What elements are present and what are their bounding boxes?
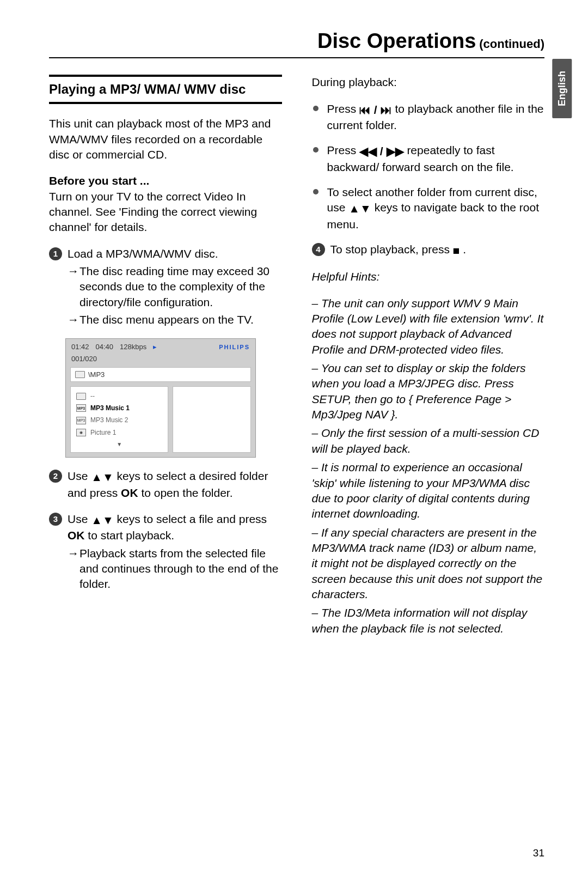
s2ok: OK (121, 486, 138, 499)
step-number-3: 3 (49, 513, 62, 526)
before-label: Before you start ... (49, 174, 149, 187)
page-number: 31 (533, 846, 544, 860)
step-number-4: 4 (312, 243, 325, 256)
up-down-icon: ▲▼ (348, 201, 371, 216)
mp3-icon: MP3 (76, 417, 86, 424)
scroll-down-icon: ▼ (73, 439, 166, 448)
up-down-icon: ▲▼ (91, 513, 114, 528)
row2: MP3 Music 2 (90, 416, 128, 424)
bullet-3: To select another folder from current di… (312, 185, 545, 232)
mp3-icon: MP3 (76, 404, 86, 412)
intro-text: This unit can playback most of the MP3 a… (49, 116, 282, 162)
s3b: keys to select a file and press (117, 513, 267, 525)
picture-icon: ◉ (76, 429, 86, 436)
s3c: to start playback. (88, 529, 174, 542)
step-3: 3 Use ▲▼ keys to select a file and press… (49, 512, 282, 592)
hints-block: – The unit can only support WMV 9 Main P… (312, 296, 545, 636)
before-you-start: Before you start ... Turn on your TV to … (49, 173, 282, 235)
s3a: Use (68, 513, 91, 525)
s2c: to open the folder. (141, 486, 232, 499)
dm-preview-pane (173, 386, 251, 453)
row1: MP3 Music 1 (90, 404, 130, 412)
step-number-2: 2 (49, 470, 62, 483)
prev-next-track-icon: ⏮ / ⏭ (359, 102, 392, 118)
folder-icon (75, 371, 85, 378)
step-4: 4 To stop playback, press ■ . (312, 242, 545, 258)
s2a: Use (68, 470, 91, 482)
play-icon: ▸ (153, 342, 157, 352)
step3-arrow: Playback starts from the selected file a… (68, 546, 282, 592)
step-2: 2 Use ▲▼ keys to select a desired folder… (49, 469, 282, 501)
dm-total: 04:40 (96, 342, 114, 352)
folder-icon (76, 393, 86, 400)
s4b: . (463, 243, 466, 256)
dm-path-bar: \MP3 (70, 367, 251, 382)
left-column: Playing a MP3/ WMA/ WMV disc This unit c… (49, 75, 282, 640)
b2a: Press (327, 144, 360, 156)
hint-1: – The unit can only support WMV 9 Main P… (312, 296, 545, 357)
b1a: Press (327, 102, 360, 115)
dm-bitrate: 128kbps (120, 342, 146, 352)
up-down-icon: ▲▼ (91, 470, 114, 485)
dm-elapsed: 01:42 (71, 342, 89, 352)
hints-heading: Helpful Hints: (312, 269, 545, 284)
dm-file-list: -- MP3MP3 Music 1 MP3MP3 Music 2 ◉Pictur… (70, 386, 168, 453)
bullet-icon (313, 106, 318, 111)
step1-arrow1: The disc reading time may exceed 30 seco… (68, 264, 282, 310)
hint-6: – The ID3/Meta information will not disp… (312, 605, 545, 636)
title-suffix: (continued) (479, 37, 544, 51)
hint-3: – Only the first session of a multi-sess… (312, 425, 545, 457)
right-column: During playback: Press ⏮ / ⏭ to playback… (312, 75, 545, 640)
page-title: Disc Operations (continued) (49, 27, 544, 58)
rew-ffwd-icon: ◀◀ / ▶▶ (359, 144, 404, 159)
s4a: To stop playback, press (330, 243, 453, 256)
dm-brand: PHILIPS (219, 343, 250, 351)
step1-text: Load a MP3/WMA/WMV disc. (68, 246, 282, 261)
bullet-icon (313, 189, 318, 194)
step-1: 1 Load a MP3/WMA/WMV disc. The disc read… (49, 246, 282, 328)
stop-icon: ■ (453, 243, 460, 258)
bullet-1: Press ⏮ / ⏭ to playback another file in … (312, 101, 545, 133)
bullet-2: Press ◀◀ / ▶▶ repeatedly to fast backwar… (312, 143, 545, 175)
hint-5: – If any special characters are present … (312, 525, 545, 603)
dm-path: \MP3 (88, 370, 105, 380)
dm-count: 001/020 (66, 354, 255, 367)
step1-arrow2: The disc menu appears on the TV. (68, 312, 282, 327)
hint-4: – It is normal to experience an occasion… (312, 460, 545, 521)
language-tab: English (552, 59, 572, 118)
bullet-icon (313, 147, 318, 153)
step-number-1: 1 (49, 247, 62, 260)
during-playback: During playback: (312, 75, 545, 90)
title-main: Disc Operations (317, 29, 476, 52)
row3: Picture 1 (90, 428, 116, 437)
hint-2: – You can set to display or skip the fol… (312, 361, 545, 422)
section-heading: Playing a MP3/ WMA/ WMV disc (49, 75, 282, 104)
before-text: Turn on your TV to the correct Video In … (49, 190, 257, 234)
disc-menu-illustration: 01:42 04:40 128kbps ▸ PHILIPS 001/020 \M… (65, 338, 256, 458)
row-dash: -- (90, 392, 95, 400)
s3ok: OK (68, 529, 85, 542)
